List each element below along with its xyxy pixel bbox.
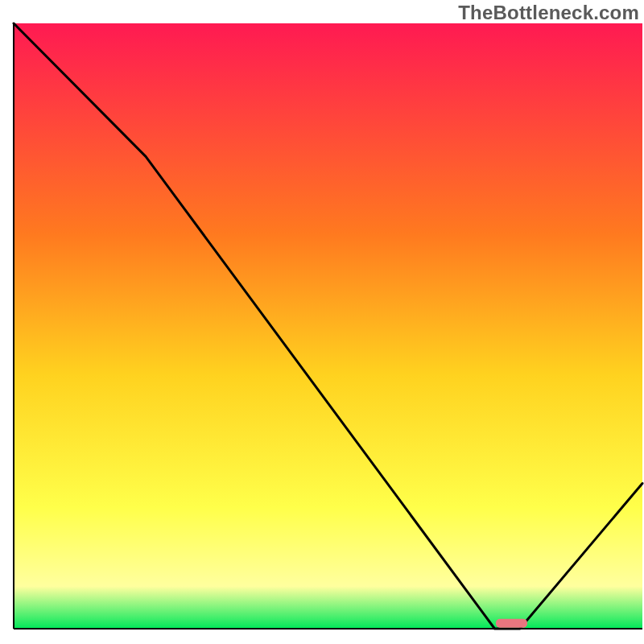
gradient-background [14,23,642,629]
plot-area [14,23,642,629]
bottleneck-chart [0,0,644,644]
chart-container: TheBottleneck.com [0,0,644,644]
optimal-marker [496,619,527,628]
